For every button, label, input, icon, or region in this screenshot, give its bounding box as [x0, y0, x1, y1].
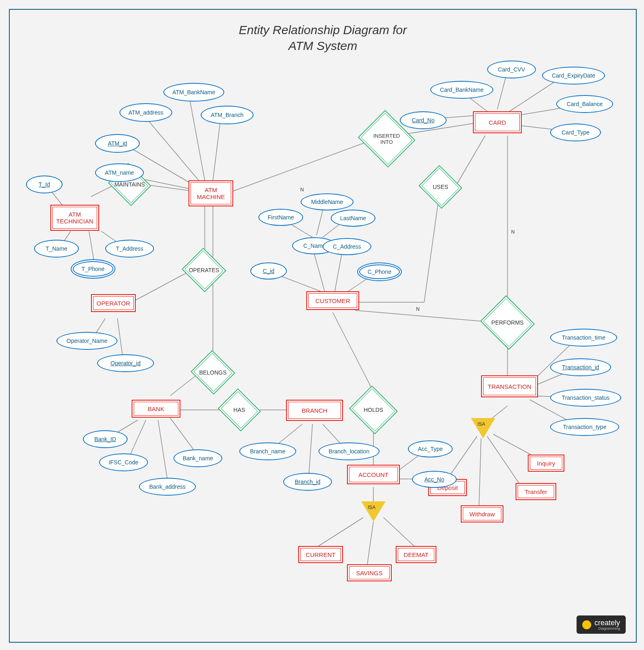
svg-line-36 — [424, 201, 438, 302]
attr-operator-name: Operator_Name — [56, 332, 117, 350]
rel-inserted-into: INSERTED INTO — [365, 119, 408, 158]
entity-deemat: DEEMAT — [396, 546, 436, 563]
svg-line-33 — [229, 142, 367, 193]
attr-middlename: MiddleName — [301, 193, 353, 210]
attr-atm-name: ATM_name — [95, 163, 144, 182]
svg-line-19 — [158, 420, 168, 485]
entity-bank: BANK — [132, 400, 180, 418]
svg-line-2 — [144, 115, 199, 180]
entity-atm-machine: ATM MACHINE — [189, 180, 233, 206]
attr-atm-branch: ATM_Branch — [201, 106, 254, 124]
entity-atm-technician: ATM TECHNICIAN — [50, 205, 99, 231]
rel-belongs: BELONGS — [197, 357, 229, 388]
attr-firstname: FirstName — [258, 209, 303, 226]
attr-card-type: Card_Type — [550, 124, 601, 141]
svg-line-3 — [189, 93, 205, 180]
attr-t-name: T_Name — [34, 240, 79, 258]
svg-line-4 — [213, 115, 221, 180]
attr-branch-name: Branch_name — [239, 442, 296, 460]
entity-branch: BRANCH — [286, 400, 343, 421]
attr-bank-id: Bank_ID — [83, 430, 128, 448]
attr-branch-id: Branch_id — [283, 473, 332, 491]
entity-transaction: TRANSACTION — [481, 375, 538, 397]
attr-t-id: T_Id — [26, 176, 63, 193]
attr-trans-id: Transaction_id — [550, 358, 611, 376]
attr-branch-location: Branch_location — [319, 442, 379, 460]
entity-current: CURRENT — [298, 546, 343, 563]
attr-operator-id: Operator_id — [97, 354, 154, 372]
entity-savings: SAVINGS — [347, 564, 392, 581]
attr-trans-type: Transaction_type — [550, 418, 619, 436]
entity-account: ACCOUNT — [347, 465, 400, 484]
attr-t-phone: T_Phone — [71, 259, 115, 279]
bulb-icon — [582, 620, 591, 629]
attr-ifsc: IFSC_Code — [99, 453, 148, 471]
attr-atm-address: ATM_address — [119, 103, 172, 122]
attr-acc-no: Acc_No — [412, 471, 457, 488]
attr-atm-bankname: ATM_BankName — [163, 83, 224, 102]
svg-line-37 — [457, 136, 485, 184]
svg-line-25 — [308, 424, 312, 481]
rel-has: HAS — [223, 396, 256, 424]
rel-operates: OPERATES — [188, 255, 220, 285]
entity-operator: OPERATOR — [91, 294, 136, 312]
svg-line-45 — [355, 310, 497, 323]
svg-line-62 — [367, 522, 373, 564]
attr-c-phone: C_Phone — [357, 262, 402, 281]
creately-logo: createlyDiagramming — [577, 615, 626, 634]
entity-customer: CUSTOMER — [306, 291, 359, 310]
svg-line-61 — [319, 518, 363, 546]
attr-c-address: C_Address — [323, 238, 371, 255]
svg-line-54 — [487, 436, 522, 487]
entity-inquiry: Inquiry — [528, 455, 564, 472]
attr-acc-type: Acc_Type — [408, 440, 453, 457]
isa-transaction: ISA — [471, 418, 495, 438]
rel-uses: USES — [424, 172, 457, 202]
entity-card: CARD — [473, 111, 522, 133]
attr-card-no: Card_No — [400, 111, 447, 129]
svg-line-16 — [170, 373, 199, 396]
attr-card-cvv: Card_CVV — [487, 61, 536, 78]
card-n2: N — [416, 306, 420, 312]
attr-bank-name: Bank_name — [173, 449, 222, 467]
entity-transfer: Transfer — [516, 483, 556, 500]
isa-account: ISA — [361, 501, 386, 522]
attr-c-id: C_id — [250, 262, 287, 280]
card-n1: N — [300, 187, 304, 193]
entity-withdraw: Withdraw — [461, 505, 503, 522]
svg-line-12 — [132, 272, 189, 302]
attr-card-bankname: Card_BankName — [430, 81, 493, 99]
svg-line-63 — [384, 518, 414, 546]
attr-lastname: LastName — [331, 210, 375, 227]
diagram-canvas: Entity Relationship Diagram forATM Syste… — [9, 9, 637, 643]
attr-card-expiry: Card_ExpiryDate — [542, 67, 605, 84]
attr-bank-address: Bank_address — [139, 478, 196, 496]
diagram-title: Entity Relationship Diagram forATM Syste… — [10, 22, 636, 54]
rel-performs: PERFORMS — [487, 304, 528, 341]
attr-trans-status: Transaction_status — [550, 389, 621, 407]
attr-atm-id: ATM_id — [95, 134, 140, 153]
rel-holds: HOLDS — [355, 394, 392, 426]
attr-card-balance: Card_Balance — [556, 95, 613, 113]
svg-line-56 — [333, 312, 373, 392]
svg-line-53 — [479, 438, 481, 505]
card-n3: N — [511, 229, 515, 235]
attr-t-address: T_Address — [105, 240, 154, 258]
attr-trans-time: Transaction_time — [550, 329, 617, 347]
